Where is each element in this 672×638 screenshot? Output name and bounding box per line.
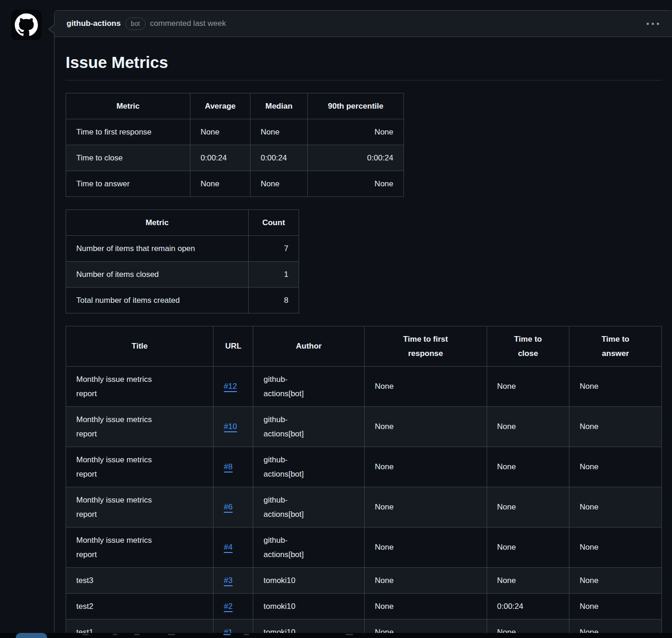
cell-url: #12	[214, 366, 253, 406]
cell-90th-percentile: None	[308, 119, 404, 145]
table-row: test3 #3 tomoki10 None None None	[66, 567, 662, 593]
cell-author: github-actions[bot]	[253, 487, 365, 527]
cell-time-to-first-response: None	[364, 406, 487, 447]
count-table: Metric Count Number of items that remain…	[66, 209, 299, 313]
page-title: Issue Metrics	[66, 52, 662, 80]
column-header-time-to-first-response: Time to first response	[364, 326, 487, 366]
issue-link[interactable]: #4	[224, 543, 232, 552]
comment-body: Issue Metrics Metric Average Median 90th…	[55, 37, 672, 638]
cell-time-to-close: 0:00:24	[487, 593, 569, 619]
kebab-horizontal-icon	[657, 23, 659, 25]
cell-author: github-actions[bot]	[253, 366, 365, 406]
table-row: Monthly issue metrics report #8 github-a…	[66, 447, 662, 487]
cell-count: 1	[249, 261, 299, 287]
column-header-author: Author	[253, 326, 365, 366]
table-row: Monthly issue metrics report #4 github-a…	[66, 527, 662, 567]
cell-median: 0:00:24	[250, 145, 308, 171]
cut-text-fragment	[244, 634, 249, 635]
cell-time-to-answer: None	[569, 366, 662, 406]
kebab-menu-button[interactable]	[646, 20, 660, 28]
comment-author[interactable]: github-actions	[67, 19, 121, 28]
cell-90th-percentile: None	[308, 171, 404, 196]
column-header-title: Title	[66, 326, 214, 366]
cut-link-fragment	[223, 634, 231, 635]
cell-average: 0:00:24	[190, 145, 250, 171]
cell-time-to-close: None	[487, 527, 569, 567]
cell-count: 7	[249, 235, 299, 261]
cell-url: #8	[214, 447, 253, 487]
bot-avatar[interactable]	[11, 10, 42, 40]
issue-link[interactable]: #3	[224, 576, 232, 585]
cut-text-fragment	[82, 634, 89, 635]
table-header-row: Metric Count	[66, 209, 299, 235]
cell-90th-percentile: 0:00:24	[308, 145, 404, 171]
cell-metric: Number of items that remain open	[66, 235, 249, 261]
cell-url: #6	[214, 487, 253, 527]
cell-time-to-answer: None	[569, 527, 662, 567]
cell-time-to-answer: None	[569, 406, 662, 447]
column-header-average: Average	[190, 93, 250, 119]
cell-url: #3	[214, 567, 253, 593]
cell-metric: Number of items closed	[66, 261, 249, 287]
cell-median: None	[250, 119, 308, 145]
issue-link[interactable]: #8	[224, 462, 232, 471]
cell-time-to-close: None	[487, 366, 569, 406]
column-header-median: Median	[250, 93, 308, 119]
column-header-count: Count	[249, 209, 299, 235]
table-row: Time to close 0:00:24 0:00:24 0:00:24	[66, 145, 404, 171]
cell-time-to-close: None	[487, 567, 569, 593]
table-row: test2 #2 tomoki10 None 0:00:24 None	[66, 593, 662, 619]
cell-time-to-first-response: None	[364, 447, 487, 487]
issue-link[interactable]: #10	[224, 422, 237, 431]
cell-time-to-close: None	[487, 447, 569, 487]
issue-link[interactable]: #12	[224, 382, 237, 391]
cut-text-fragment	[168, 634, 175, 635]
cell-time-to-close: None	[487, 487, 569, 527]
cut-text-fragment	[346, 634, 353, 635]
cell-url: #10	[214, 406, 253, 447]
issue-link[interactable]: #2	[224, 602, 232, 611]
comment-card: github-actions bot commented last week I…	[54, 10, 672, 638]
cell-metric: Total number of items created	[66, 287, 249, 313]
cell-average: None	[190, 119, 250, 145]
stats-table: Metric Average Median 90th percentile Ti…	[66, 93, 404, 197]
cell-author: tomoki10	[253, 593, 365, 619]
cell-time-to-first-response: None	[364, 567, 487, 593]
cell-metric: Time to first response	[66, 119, 190, 145]
cell-time-to-answer: None	[569, 487, 662, 527]
cell-median: None	[250, 171, 308, 196]
cut-text-fragment	[113, 634, 117, 635]
cell-author: github-actions[bot]	[253, 527, 365, 567]
cell-time-to-first-response: None	[364, 593, 487, 619]
table-row: Monthly issue metrics report #12 github-…	[66, 366, 662, 406]
column-header-metric: Metric	[66, 209, 249, 235]
column-header-metric: Metric	[66, 93, 190, 119]
comment-timestamp[interactable]: commented last week	[150, 19, 226, 28]
cell-title: Monthly issue metrics report	[66, 366, 214, 406]
cell-author: github-actions[bot]	[253, 447, 365, 487]
kebab-horizontal-icon	[652, 23, 654, 25]
issue-link[interactable]: #6	[224, 503, 232, 511]
cell-title: Monthly issue metrics report	[66, 447, 214, 487]
table-row: Monthly issue metrics report #6 github-a…	[66, 487, 662, 527]
column-header-url: URL	[214, 326, 253, 366]
comment-header: github-actions bot commented last week	[55, 11, 672, 37]
cell-title: Monthly issue metrics report	[66, 487, 214, 527]
column-header-90th-percentile: 90th percentile	[308, 93, 404, 119]
bot-badge: bot	[125, 18, 145, 30]
table-row: Number of items closed 1	[66, 261, 299, 287]
cell-title: Monthly issue metrics report	[66, 406, 214, 447]
table-row: Monthly issue metrics report #10 github-…	[66, 406, 662, 447]
next-comment-strip	[0, 633, 672, 638]
comment-caret	[48, 24, 55, 34]
cell-url: #2	[214, 593, 253, 619]
cell-metric: Time to answer	[66, 171, 190, 196]
cell-time-to-first-response: None	[364, 527, 487, 567]
cell-count: 8	[249, 287, 299, 313]
cell-time-to-close: None	[487, 406, 569, 447]
table-header-row: Title URL Author Time to first response …	[66, 326, 662, 366]
cell-title: Monthly issue metrics report	[66, 527, 214, 567]
cell-metric: Time to close	[66, 145, 190, 171]
cell-title: test2	[66, 593, 214, 619]
table-row: Time to first response None None None	[66, 119, 404, 145]
